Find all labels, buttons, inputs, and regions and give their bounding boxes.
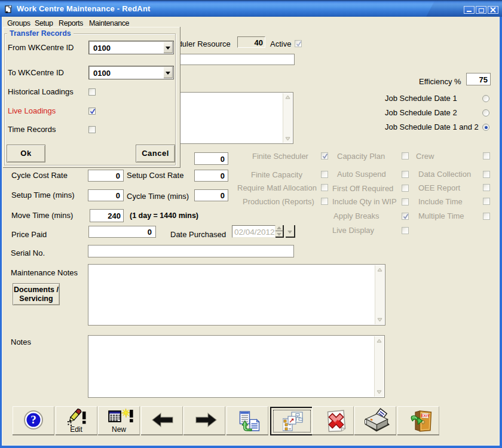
svg-text:EXIT: EXIT: [421, 413, 430, 418]
svg-text:?: ?: [30, 413, 36, 426]
